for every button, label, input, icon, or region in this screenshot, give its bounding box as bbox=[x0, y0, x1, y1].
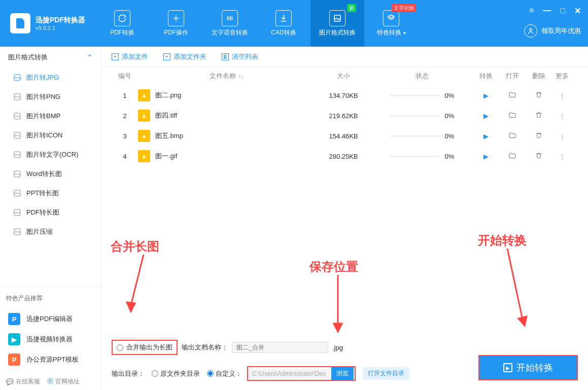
nav-5[interactable]: 文字识别特色转换▾ bbox=[364, 0, 418, 47]
more-button[interactable]: ⋮ bbox=[559, 132, 565, 140]
table-row[interactable]: 2 ▲ 图四.tiff 219.62KB 0% ▶ ⋮ bbox=[101, 105, 588, 126]
col-index: 编号 bbox=[112, 72, 138, 81]
nav-4[interactable]: 新图片格式转换 bbox=[310, 0, 364, 47]
row-status: 0% bbox=[371, 92, 473, 99]
convert-button[interactable]: ▶ bbox=[483, 153, 489, 160]
side-icon bbox=[13, 93, 21, 101]
rec-video-converter[interactable]: ▶ 迅捷视频转换器 bbox=[6, 329, 95, 349]
nav-1[interactable]: PDF操作 bbox=[149, 0, 203, 47]
add-file-button[interactable]: + 添加文件 bbox=[112, 52, 148, 61]
row-size: 134.70KB bbox=[316, 92, 371, 99]
nav-3[interactable]: CAD转换 bbox=[257, 0, 310, 47]
sidebar-item-0[interactable]: 图片转JPG bbox=[0, 68, 101, 87]
file-icon: ▲ bbox=[138, 130, 150, 142]
sidebar-item-7[interactable]: PDF转长图 bbox=[0, 203, 101, 222]
more-button[interactable]: ⋮ bbox=[559, 112, 565, 120]
side-label: 图片转PNG bbox=[26, 92, 60, 101]
side-icon bbox=[13, 131, 21, 139]
nav-label: 特色转换▾ bbox=[377, 28, 406, 37]
menu-icon[interactable]: ≡ bbox=[529, 6, 534, 16]
clear-list-button[interactable]: 🗑 清空列表 bbox=[222, 52, 258, 61]
sidebar-item-3[interactable]: 图片转ICON bbox=[0, 126, 101, 145]
official-site-link[interactable]: ⓔ 官网地址 bbox=[47, 377, 80, 386]
start-convert-button[interactable]: ▶ 开始转换 bbox=[478, 355, 578, 380]
merge-radio-input[interactable] bbox=[117, 344, 123, 351]
browse-button[interactable]: 浏览 bbox=[331, 367, 354, 380]
table-row[interactable]: 1 ▲ 图二.png 134.70KB 0% ▶ ⋮ bbox=[101, 85, 588, 105]
open-dir-button[interactable]: 打开文件目录 bbox=[363, 367, 409, 380]
sort-icon: ↑↓ bbox=[237, 73, 244, 79]
convert-button[interactable]: ▶ bbox=[483, 92, 489, 99]
reward-link[interactable]: 领取周年优惠 bbox=[524, 24, 581, 38]
sidebar-footer: 💬 在线客服 ⓔ 官网地址 bbox=[6, 377, 95, 386]
more-button[interactable]: ⋮ bbox=[559, 92, 565, 99]
table-row[interactable]: 4 ▲ 图一.gif 280.25KB 0% ▶ ⋮ bbox=[101, 146, 588, 166]
rec-label: 迅捷视频转换器 bbox=[26, 335, 73, 344]
rec-label: 迅捷PDF编辑器 bbox=[26, 314, 73, 324]
svg-marker-15 bbox=[334, 324, 342, 332]
pdf-editor-icon: P bbox=[8, 313, 20, 325]
row-status: 0% bbox=[371, 132, 473, 140]
customer-service-link[interactable]: 💬 在线客服 bbox=[6, 377, 40, 386]
progress-bar bbox=[390, 115, 440, 117]
rec-ppt-template[interactable]: P 办公资源PPT模板 bbox=[6, 349, 95, 370]
open-button[interactable] bbox=[508, 93, 516, 100]
delete-button[interactable] bbox=[535, 133, 542, 140]
rec-label: 办公资源PPT模板 bbox=[26, 355, 79, 364]
side-icon bbox=[13, 228, 21, 236]
row-filename: ▲ 图四.tiff bbox=[138, 110, 316, 122]
sidebar-item-8[interactable]: 图片压缩 bbox=[0, 222, 101, 241]
row-size: 219.62KB bbox=[316, 112, 371, 120]
sidebar-item-1[interactable]: 图片转PNG bbox=[0, 87, 101, 107]
svg-rect-1 bbox=[334, 15, 340, 21]
rec-pdf-editor[interactable]: P 迅捷PDF编辑器 bbox=[6, 309, 95, 329]
maximize-button[interactable]: □ bbox=[560, 6, 565, 16]
nav-0[interactable]: PDF转换 bbox=[95, 0, 149, 47]
row-index: 4 bbox=[112, 153, 138, 160]
add-folder-button[interactable]: + 添加文件夹 bbox=[163, 52, 206, 61]
app-logo-icon bbox=[10, 13, 30, 33]
col-size: 大小 bbox=[316, 72, 371, 81]
output-dir-label: 输出目录： bbox=[112, 369, 145, 378]
original-dir-radio[interactable]: 原文件夹目录 bbox=[152, 369, 200, 378]
merge-row: 合并输出为长图 输出文档名称： .jpg bbox=[112, 340, 578, 355]
sidebar-item-4[interactable]: 图片转文字(OCR) bbox=[0, 145, 101, 164]
svg-point-0 bbox=[175, 17, 178, 19]
plus-icon: + bbox=[112, 53, 119, 60]
convert-button[interactable]: ▶ bbox=[483, 132, 489, 140]
open-button[interactable] bbox=[508, 113, 516, 121]
output-path-input[interactable] bbox=[248, 369, 331, 379]
open-button[interactable] bbox=[508, 133, 516, 141]
side-label: Word转长图 bbox=[26, 169, 62, 179]
delete-button[interactable] bbox=[535, 153, 542, 161]
minimize-button[interactable]: — bbox=[543, 6, 551, 16]
side-icon bbox=[13, 112, 21, 120]
nav-badge: 新 bbox=[347, 4, 356, 12]
progress-bar bbox=[390, 135, 440, 137]
nav-badge: 文字识别 bbox=[392, 4, 416, 12]
delete-button[interactable] bbox=[535, 92, 542, 100]
arrow-merge bbox=[126, 255, 151, 315]
nav-2[interactable]: 文字语音转换 bbox=[203, 0, 257, 47]
more-button[interactable]: ⋮ bbox=[559, 153, 565, 160]
merge-checkbox[interactable]: 合并输出为长图 bbox=[112, 340, 178, 355]
nav-icon-0 bbox=[114, 10, 130, 26]
delete-button[interactable] bbox=[535, 113, 542, 120]
app-title: 迅捷PDF转换器 bbox=[36, 16, 85, 25]
table-row[interactable]: 3 ▲ 图五.bmp 154.46KB 0% ▶ ⋮ bbox=[101, 126, 588, 146]
sidebar-item-6[interactable]: PPT转长图 bbox=[0, 184, 101, 203]
side-icon bbox=[13, 151, 21, 159]
convert-button[interactable]: ▶ bbox=[483, 112, 489, 120]
nav-label: CAD转换 bbox=[271, 28, 296, 37]
sidebar-header[interactable]: 图片格式转换 ⌃ bbox=[0, 47, 101, 68]
output-name-input[interactable] bbox=[232, 342, 328, 353]
col-filename[interactable]: 文件名称 ↑↓ bbox=[138, 72, 316, 81]
row-filename: ▲ 图五.bmp bbox=[138, 130, 316, 142]
custom-dir-radio[interactable]: 自定义： bbox=[207, 369, 242, 378]
nav-icon-5 bbox=[383, 10, 399, 26]
close-button[interactable]: ✕ bbox=[574, 6, 581, 16]
sidebar-item-5[interactable]: Word转长图 bbox=[0, 164, 101, 184]
col-more: 更多 bbox=[552, 72, 572, 81]
open-button[interactable] bbox=[508, 154, 516, 161]
sidebar-item-2[interactable]: 图片转BMP bbox=[0, 107, 101, 126]
